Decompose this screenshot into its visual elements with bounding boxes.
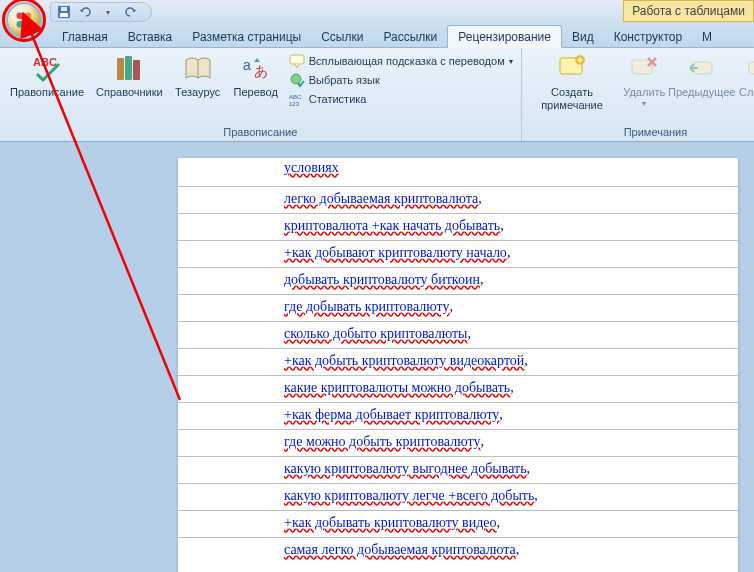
hyperlink[interactable]: самая легко добываемая криптовалюта	[284, 542, 516, 557]
table-row[interactable]: сколько добыто криптовалюты,	[178, 321, 738, 348]
next-comment-label: Следую	[739, 86, 754, 99]
references-button[interactable]: Справочники	[92, 50, 167, 101]
trailing-text: ,	[500, 218, 504, 233]
hyperlink[interactable]: +как добыть криптовалюту видеокартой	[284, 353, 524, 368]
tab-м[interactable]: М	[692, 26, 722, 47]
delete-comment-button[interactable]: Удалить ▾	[620, 50, 668, 110]
table-row[interactable]: криптовалюта +как начать добывать,	[178, 213, 738, 240]
group-proofing: ABC Правописание Справочники Тезаурус aあ…	[0, 48, 522, 141]
table-row[interactable]: какую криптовалюту легче +всего добыть,	[178, 483, 738, 510]
table-row[interactable]: +как добыть криптовалюту видеокартой,	[178, 348, 738, 375]
table-row[interactable]: +как добывают криптовалюту начало,	[178, 240, 738, 267]
hyperlink[interactable]: +как добывать криптовалюту видео	[284, 515, 497, 530]
tab-разметка страницы[interactable]: Разметка страницы	[182, 26, 311, 47]
svg-text:ABC: ABC	[289, 94, 302, 100]
tooltip-label: Всплывающая подсказка с переводом	[309, 55, 505, 67]
context-tab-table-tools[interactable]: Работа с таблицами	[623, 0, 754, 22]
svg-rect-14	[290, 55, 304, 64]
hyperlink[interactable]: какую криптовалюту выгоднее добывать	[284, 461, 527, 476]
group-proofing-label: Правописание	[6, 124, 515, 141]
tab-вид[interactable]: Вид	[562, 26, 604, 47]
hyperlink[interactable]: +как ферма добывает криптовалюту	[284, 407, 499, 422]
translate-icon: aあ	[240, 52, 272, 84]
svg-rect-22	[749, 62, 754, 74]
chevron-down-icon: ▾	[642, 99, 646, 108]
stats-icon: ABC123	[289, 91, 305, 107]
table-row[interactable]: где добывать криптовалюту,	[178, 294, 738, 321]
set-language-button[interactable]: Выбрать язык	[287, 71, 515, 89]
tab-вставка[interactable]: Вставка	[118, 26, 183, 47]
redo-icon[interactable]	[123, 5, 137, 19]
svg-text:ABC: ABC	[33, 56, 57, 68]
group-comments-label: Примечания	[528, 124, 754, 141]
hyperlink[interactable]: добывать криптовалюту биткоин	[284, 272, 480, 287]
thesaurus-button[interactable]: Тезаурус	[171, 50, 225, 101]
svg-rect-6	[61, 7, 67, 11]
trailing-text: ,	[478, 191, 482, 206]
prev-comment-icon	[686, 52, 718, 84]
tab-рецензирование[interactable]: Рецензирование	[447, 25, 562, 48]
table-row[interactable]: легко добываемая криптовалюта,	[178, 186, 738, 213]
table-row[interactable]: +как ферма добывает криптовалюту,	[178, 402, 738, 429]
tab-главная[interactable]: Главная	[52, 26, 118, 47]
undo-icon[interactable]	[79, 5, 93, 19]
trailing-text: ,	[480, 272, 484, 287]
table-row[interactable]: условиях	[178, 160, 738, 186]
trailing-text: ,	[499, 407, 503, 422]
hyperlink[interactable]: какую криптовалюту легче +всего добыть	[284, 488, 534, 503]
trailing-text: ,	[450, 299, 454, 314]
tab-ссылки[interactable]: Ссылки	[311, 26, 373, 47]
set-language-label: Выбрать язык	[309, 74, 380, 86]
qat-dropdown-icon[interactable]: ▾	[101, 5, 115, 19]
spelling-label: Правописание	[10, 86, 84, 99]
trailing-text: ,	[480, 434, 484, 449]
hyperlink[interactable]: сколько добыто криптовалюты	[284, 326, 467, 341]
tab-конструктор[interactable]: Конструктор	[604, 26, 692, 47]
globe-check-icon	[289, 72, 305, 88]
hyperlink[interactable]: +как добывают криптовалюту начало	[284, 245, 507, 260]
next-comment-icon	[743, 52, 754, 84]
table-row[interactable]: +как добывать криптовалюту видео,	[178, 510, 738, 537]
spelling-button[interactable]: ABC Правописание	[6, 50, 88, 101]
trailing-text: ,	[467, 326, 471, 341]
svg-text:123: 123	[289, 101, 300, 107]
spellcheck-icon: ABC	[31, 52, 63, 84]
hyperlink[interactable]: где можно добыть криптовалюту	[284, 434, 480, 449]
delete-comment-icon	[628, 52, 660, 84]
trailing-text: ,	[497, 515, 501, 530]
svg-text:あ: あ	[254, 63, 268, 79]
quick-access-toolbar: ▾	[50, 2, 152, 22]
books-icon	[113, 52, 145, 84]
hyperlink[interactable]: криптовалюта +как начать добывать	[284, 218, 500, 233]
hyperlink[interactable]: где добывать криптовалюту	[284, 299, 450, 314]
hyperlink[interactable]: какие криптовалюты можно добывать	[284, 380, 510, 395]
thesaurus-icon	[182, 52, 214, 84]
table-row[interactable]: какую криптовалюту выгоднее добывать,	[178, 456, 738, 483]
document-workspace: условияхлегко добываемая криптовалюта,кр…	[0, 142, 754, 572]
document-page: условияхлегко добываемая криптовалюта,кр…	[178, 158, 738, 572]
save-icon[interactable]	[57, 5, 71, 19]
trailing-text: ,	[527, 461, 531, 476]
delete-comment-label: Удалить	[623, 86, 665, 99]
trailing-text: ,	[507, 245, 511, 260]
hyperlink[interactable]: легко добываемая криптовалюта	[284, 191, 478, 206]
prev-comment-button[interactable]: Предыдущее	[672, 50, 731, 101]
svg-rect-20	[632, 60, 652, 74]
tab-рассылки[interactable]: Рассылки	[373, 26, 447, 47]
table-row[interactable]: какие криптовалюты можно добывать,	[178, 375, 738, 402]
translation-tooltip-button[interactable]: Всплывающая подсказка с переводом ▾	[287, 52, 515, 70]
word-count-label: Статистика	[309, 93, 367, 105]
translate-button[interactable]: aあ Перевод	[229, 50, 283, 101]
svg-rect-5	[60, 13, 68, 17]
word-count-button[interactable]: ABC123 Статистика	[287, 90, 515, 108]
thesaurus-label: Тезаурус	[175, 86, 220, 99]
trailing-text: ,	[510, 380, 514, 395]
annotation-circle	[2, 0, 46, 42]
table-row[interactable]: добывать криптовалюту биткоин,	[178, 267, 738, 294]
table-row[interactable]: самая легко добываемая криптовалюта,	[178, 537, 738, 564]
table-row[interactable]: где можно добыть криптовалюту,	[178, 429, 738, 456]
new-comment-button[interactable]: Создать примечание	[528, 50, 617, 113]
hyperlink[interactable]: условиях	[284, 160, 339, 175]
next-comment-button[interactable]: Следую	[735, 50, 754, 101]
svg-rect-8	[117, 58, 124, 80]
